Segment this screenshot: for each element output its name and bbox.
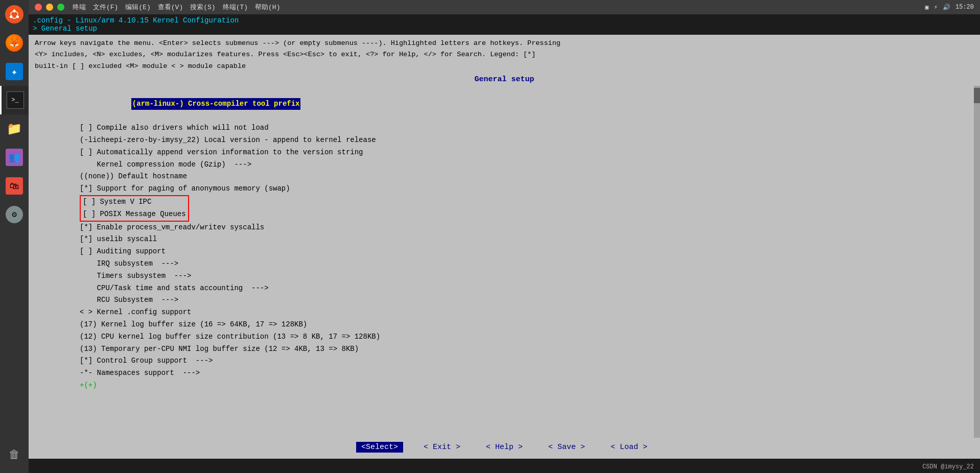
vscode-icon: ✦ [6, 63, 23, 80]
scrollbar-thumb[interactable] [974, 88, 980, 103]
window-subtitle: > General setup [33, 25, 976, 33]
terminal-area: .config - Linux/arm 4.10.15 Kernel Confi… [29, 14, 980, 473]
exit-button[interactable]: < Exit > [418, 442, 465, 453]
config-items-list: (arm-linux-) Cross-compiler tool prefix … [29, 86, 980, 392]
config-title: General setup [29, 72, 980, 86]
config-item-17[interactable]: (17) Kernel log buffer size (16 => 64KB,… [80, 319, 970, 331]
config-item-15[interactable]: RCU Subsystem ---> [80, 294, 970, 306]
menu-bar: 终端 文件(F) 编辑(E) 查看(V) 搜索(S) 终端(T) 帮助(H) [73, 3, 280, 12]
config-item-indicator: +(+) [80, 380, 970, 392]
help-text-line2: <Y> includes, <N> excludes, <M> modulari… [35, 49, 974, 60]
config-item-2[interactable]: (-licheepi-zero-by-imysy_22) Local versi… [80, 134, 970, 147]
main-area: 终端 文件(F) 编辑(E) 查看(V) 搜索(S) 终端(T) 帮助(H) ▣… [29, 0, 980, 473]
terminal-header: .config - Linux/arm 4.10.15 Kernel Confi… [29, 14, 980, 33]
config-item-4[interactable]: Kernel compression mode (Gzip) ---> [80, 159, 970, 171]
config-scroll-area[interactable]: (arm-linux-) Cross-compiler tool prefix … [29, 86, 980, 438]
contacts-icon: 👥 [6, 149, 23, 166]
time-display: 15:20 [955, 4, 974, 11]
menu-edit[interactable]: 编辑(E) [125, 3, 150, 12]
config-item-1[interactable]: [ ] Compile also drivers which will not … [80, 122, 970, 134]
highlight-item: (arm-linux-) Cross-compiler tool prefix [131, 98, 301, 110]
config-item-11[interactable]: [ ] Auditing support [80, 246, 970, 258]
load-button[interactable]: < Load > [605, 442, 652, 453]
config-item-7[interactable]: [ ] System V IPC [83, 196, 186, 208]
save-button[interactable]: < Save > [543, 442, 590, 453]
config-item-18[interactable]: (12) CPU kernel log buffer size contribu… [80, 331, 970, 343]
sidebar-item-store[interactable]: 🛍 [0, 172, 29, 200]
config-item-19[interactable]: (13) Temporary per-CPU NMI log buffer si… [80, 343, 970, 356]
menu-search[interactable]: 搜索(S) [190, 3, 215, 12]
sidebar-item-vscode[interactable]: ✦ [0, 57, 29, 86]
config-item-6[interactable]: [*] Support for paging of anonymous memo… [80, 183, 970, 195]
config-item-20[interactable]: [*] Control Group support ---> [80, 355, 970, 367]
top-bar: 终端 文件(F) 编辑(E) 查看(V) 搜索(S) 终端(T) 帮助(H) ▣… [29, 0, 980, 14]
help-text-line3: built-in [ ] excluded <M> module < > mod… [35, 61, 974, 72]
ubuntu-icon [5, 5, 24, 23]
close-button[interactable] [35, 4, 42, 11]
red-box-container: [ ] System V IPC [ ] POSIX Message Queue… [80, 195, 970, 222]
config-item-12[interactable]: IRQ subsystem ---> [80, 258, 970, 270]
sidebar: 🦊 ✦ >_ 📁 👥 🛍 ⚙ 🗑 [0, 0, 29, 473]
config-item-14[interactable]: CPU/Task time and stats accounting ---> [80, 282, 970, 295]
menu-terminal[interactable]: 终端 [73, 3, 86, 12]
config-item-3[interactable]: [ ] Automatically append version informa… [80, 147, 970, 159]
settings-icon: ⚙ [6, 206, 23, 223]
sidebar-item-files[interactable]: 📁 [0, 114, 29, 143]
sidebar-item-ubuntu[interactable] [0, 0, 29, 29]
volume-icon: 🔊 [943, 4, 950, 11]
config-item-10[interactable]: [*] uselib syscall [80, 233, 970, 246]
terminal-icon: >_ [7, 91, 24, 109]
minimize-button[interactable] [46, 4, 53, 11]
sidebar-item-settings[interactable]: ⚙ [0, 200, 29, 229]
top-bar-right: ▣ ⚡ 🔊 15:20 [925, 4, 974, 11]
config-item-5[interactable]: ((none)) Default hostname [80, 171, 970, 183]
trash-icon: 🗑 [9, 448, 20, 462]
sidebar-item-terminal[interactable]: >_ [0, 86, 29, 114]
config-item-13[interactable]: Timers subsystem ---> [80, 270, 970, 282]
help-button[interactable]: < Help > [481, 442, 528, 453]
maximize-button[interactable] [57, 4, 64, 11]
window-controls [35, 4, 64, 11]
screen-icon: ▣ [925, 4, 929, 11]
menu-terminal2[interactable]: 终端(T) [223, 3, 248, 12]
window-title: .config - Linux/arm 4.10.15 Kernel Confi… [33, 16, 976, 25]
config-item-16[interactable]: < > Kernel .config support [80, 306, 970, 319]
config-item-0[interactable]: (arm-linux-) Cross-compiler tool prefix [80, 86, 970, 122]
config-box: Arrow keys navigate the menu. <Enter> se… [29, 35, 980, 459]
sidebar-item-contacts[interactable]: 👥 [0, 143, 29, 172]
config-item-9[interactable]: [*] Enable process_vm_readv/writev sysca… [80, 222, 970, 234]
firefox-icon: 🦊 [6, 34, 23, 52]
status-text: CSDN @imysy_22 [922, 463, 974, 470]
config-footer: <Select> < Exit > < Help > < Save > < Lo… [29, 438, 980, 459]
config-item-21[interactable]: -*- Namespaces support ---> [80, 367, 970, 380]
red-selection-box: [ ] System V IPC [ ] POSIX Message Queue… [80, 195, 189, 222]
files-icon: 📁 [7, 122, 22, 136]
menu-file[interactable]: 文件(F) [93, 3, 118, 12]
sidebar-item-trash[interactable]: 🗑 [0, 440, 29, 469]
menu-view[interactable]: 查看(V) [158, 3, 183, 12]
status-bar: CSDN @imysy_22 [29, 461, 980, 473]
help-text-line1: Arrow keys navigate the menu. <Enter> se… [35, 38, 974, 49]
config-item-8[interactable]: [ ] POSIX Message Queues [83, 208, 186, 221]
select-button[interactable]: <Select> [356, 442, 403, 453]
store-icon: 🛍 [6, 177, 23, 195]
menu-help[interactable]: 帮助(H) [255, 3, 280, 12]
bluetooth-icon: ⚡ [934, 4, 938, 11]
scrollbar[interactable] [974, 86, 980, 438]
sidebar-item-firefox[interactable]: 🦊 [0, 29, 29, 57]
